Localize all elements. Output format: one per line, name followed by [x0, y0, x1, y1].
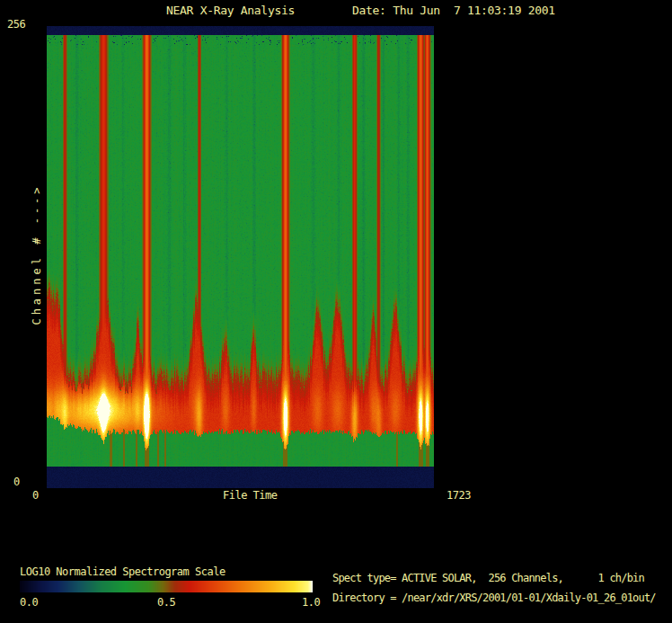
colorbar-tick-max: 1.0 — [302, 597, 320, 609]
y-axis-min-tick: 0 — [13, 476, 20, 488]
spect-type-line: Spect type= ACTIVE SOLAR, 256 Channels, … — [332, 573, 644, 584]
spectrogram-canvas — [47, 26, 434, 488]
y-axis-label: Channel # ---> — [31, 183, 43, 325]
directory-line: Directory = /near/xdr/XRS/2001/01-01/Xda… — [332, 592, 656, 604]
plot-window: NEAR X-Ray Analysis Date: Thu Jun 7 11:0… — [0, 0, 672, 623]
colorbar-label: LOG10 Normalized Spectrogram Scale — [20, 566, 225, 578]
x-axis-min-tick: 0 — [32, 490, 39, 502]
x-axis-max-tick: 1723 — [447, 490, 471, 502]
y-axis-max-tick: 256 — [7, 19, 25, 31]
page-title: NEAR X-Ray Analysis — [166, 4, 295, 17]
header-date: Date: Thu Jun 7 11:03:19 2001 — [352, 4, 555, 17]
colorbar-tick-min: 0.0 — [20, 597, 38, 609]
colorbar-canvas — [20, 581, 313, 592]
colorbar-tick-mid: 0.5 — [157, 597, 175, 609]
x-axis-label: File Time — [223, 490, 278, 502]
